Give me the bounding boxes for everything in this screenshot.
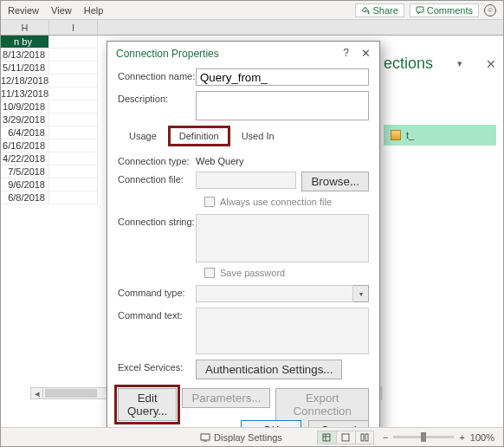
comments-label: Comments — [427, 5, 473, 16]
svg-rect-8 — [365, 434, 368, 441]
share-button[interactable]: Share — [355, 3, 404, 17]
cell[interactable] — [49, 126, 98, 139]
label-excel-services: Excel Services: — [118, 360, 196, 372]
label-command-type: Command type: — [118, 285, 196, 298]
help-icon[interactable]: ? — [343, 47, 349, 60]
connection-item[interactable]: t_ — [384, 125, 496, 146]
zoom-value[interactable]: 100% — [470, 432, 494, 443]
feedback-icon[interactable]: ☺ — [484, 4, 496, 16]
cell[interactable] — [49, 74, 98, 87]
dialog-tabs: Usage Definition Used In — [118, 127, 369, 145]
parameters-button: Parameters... — [182, 388, 270, 408]
command-type-select — [196, 285, 353, 302]
normal-view-icon[interactable] — [317, 431, 336, 444]
cell[interactable]: 4/22/2018 — [1, 152, 49, 165]
browse-button[interactable]: Browse... — [301, 172, 369, 191]
cell[interactable]: 9/6/2018 — [1, 178, 49, 191]
page-break-view-icon[interactable] — [355, 431, 374, 444]
label-connection-name: Connection name: — [118, 68, 196, 81]
connection-item-label: t_ — [406, 130, 414, 140]
view-buttons — [317, 431, 374, 444]
auth-settings-button[interactable]: Authentication Settings... — [196, 360, 342, 379]
pane-close-icon[interactable]: ✕ — [486, 57, 496, 71]
zoom-out-button[interactable]: − — [383, 432, 388, 443]
save-password-label: Save password — [220, 268, 285, 278]
cell[interactable]: 6/4/2018 — [1, 126, 49, 139]
tab-used-in[interactable]: Used In — [232, 127, 284, 145]
tab-usage[interactable]: Usage — [120, 127, 166, 145]
description-input[interactable] — [196, 91, 369, 120]
cell[interactable] — [49, 87, 98, 100]
zoom-control: − + 100% — [383, 432, 494, 443]
ribbon-tabs: Review View Help — [8, 5, 103, 16]
share-label: Share — [372, 5, 397, 16]
cell[interactable] — [49, 165, 98, 178]
chevron-down-icon[interactable]: ▾ — [353, 285, 369, 302]
always-use-label: Always use connection file — [220, 197, 332, 207]
svg-rect-6 — [342, 434, 349, 441]
svg-rect-3 — [323, 434, 330, 441]
table-header-cell[interactable]: n by — [1, 36, 49, 49]
label-command-text: Command text: — [118, 308, 196, 321]
tab-view[interactable]: View — [51, 5, 72, 16]
scroll-thumb[interactable] — [45, 389, 97, 398]
label-description: Description: — [118, 91, 196, 104]
cell[interactable]: 6/8/2018 — [1, 191, 49, 204]
label-connection-type: Connection type: — [118, 153, 196, 166]
cell[interactable]: 5/11/2018 — [1, 62, 49, 74]
workspace: H I n by 8/13/2018 5/11/2018 12/18/2018 … — [1, 20, 503, 424]
dialog-title: Connection Properties — [116, 48, 219, 60]
command-text-input — [196, 308, 369, 354]
display-settings-label: Display Settings — [214, 432, 282, 443]
zoom-thumb[interactable] — [421, 432, 426, 442]
svg-rect-7 — [361, 434, 364, 441]
edit-query-button[interactable]: Edit Query... — [118, 388, 177, 421]
cell[interactable]: 7/5/2018 — [1, 165, 49, 178]
connection-file-input — [196, 172, 296, 189]
cell[interactable]: 11/13/2018 — [1, 87, 49, 100]
save-password-checkbox[interactable] — [204, 268, 215, 278]
cell[interactable]: 10/9/2018 — [1, 100, 49, 113]
label-connection-file: Connection file: — [118, 172, 196, 185]
close-icon[interactable]: ✕ — [361, 47, 371, 60]
display-settings-button[interactable]: Display Settings — [200, 432, 282, 443]
cell[interactable] — [49, 139, 98, 152]
connection-string-input — [196, 214, 369, 262]
tab-definition[interactable]: Definition — [170, 127, 229, 145]
page-layout-view-icon[interactable] — [336, 431, 355, 444]
cell[interactable]: 12/18/2018 — [1, 74, 49, 87]
cell[interactable] — [49, 113, 98, 126]
tab-review[interactable]: Review — [8, 5, 39, 16]
connections-pane: ections ▾ ✕ t_ — [384, 55, 496, 146]
scroll-left-icon[interactable]: ◂ — [31, 388, 43, 398]
col-header-h[interactable]: H — [1, 20, 49, 35]
share-icon — [361, 6, 370, 15]
monitor-icon — [200, 433, 210, 442]
tab-help[interactable]: Help — [84, 5, 104, 16]
cell[interactable] — [49, 49, 98, 62]
always-use-checkbox[interactable] — [204, 197, 215, 207]
cell[interactable] — [49, 178, 98, 191]
svg-rect-0 — [417, 7, 423, 12]
dialog-titlebar[interactable]: Connection Properties ? ✕ — [107, 42, 379, 65]
pane-dropdown-icon[interactable]: ▾ — [457, 58, 462, 69]
ribbon: Review View Help Share Comments ☺ — [1, 1, 503, 20]
cell[interactable]: 8/13/2018 — [1, 49, 49, 62]
cell[interactable]: 6/16/2018 — [1, 139, 49, 152]
label-connection-string: Connection string: — [118, 214, 196, 227]
comments-button[interactable]: Comments — [410, 3, 479, 17]
database-icon — [391, 130, 401, 140]
cell[interactable] — [49, 100, 98, 113]
connection-name-input[interactable] — [196, 68, 369, 86]
col-header-i[interactable]: I — [49, 20, 98, 35]
zoom-slider[interactable] — [393, 436, 454, 438]
cell[interactable]: 3/29/2018 — [1, 113, 49, 126]
cell[interactable] — [49, 62, 98, 74]
zoom-in-button[interactable]: + — [459, 432, 464, 443]
cell[interactable] — [49, 152, 98, 165]
connection-type-value: Web Query — [196, 153, 243, 166]
status-bar: Display Settings − + 100% — [1, 427, 503, 446]
cell[interactable] — [49, 36, 98, 49]
svg-rect-1 — [201, 434, 210, 440]
cell[interactable] — [49, 191, 98, 204]
